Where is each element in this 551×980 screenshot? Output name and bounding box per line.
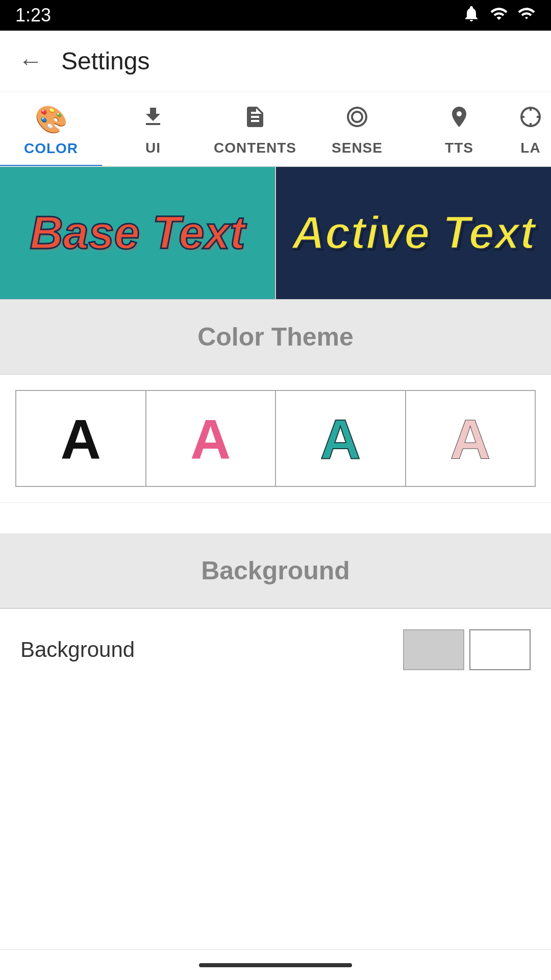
theme-option-teal[interactable]: A xyxy=(276,390,406,487)
theme-option-light[interactable]: A xyxy=(406,390,536,487)
active-text-preview: Active Text xyxy=(292,207,535,259)
color-theme-title: Color Theme xyxy=(197,322,354,352)
color-tab-icon: 🎨 xyxy=(35,104,68,135)
tabs-bar: 🎨 COLOR UI CONTENTS SENSE xyxy=(0,92,551,167)
tab-sense[interactable]: SENSE xyxy=(306,92,408,166)
background-title: Background xyxy=(201,556,350,585)
preview-base[interactable]: Base Text xyxy=(0,167,276,299)
tab-contents-label: CONTENTS xyxy=(214,140,296,156)
signal-icon xyxy=(517,5,536,27)
status-icons xyxy=(462,5,536,27)
tab-tts[interactable]: TTS xyxy=(408,92,510,166)
tab-la[interactable]: LA xyxy=(510,92,551,166)
wifi-icon xyxy=(490,5,508,27)
theme-letter-teal: A xyxy=(320,406,361,471)
theme-letter-light: A xyxy=(450,406,490,471)
tab-ui-label: UI xyxy=(145,140,161,156)
notification-icon xyxy=(462,5,481,27)
home-indicator xyxy=(199,963,352,967)
color-theme-options: A A A A xyxy=(0,375,551,503)
base-text-preview: Base Text xyxy=(30,207,245,259)
swatch-white[interactable] xyxy=(469,629,531,670)
preview-active[interactable]: Active Text xyxy=(276,167,551,299)
tab-color-label: COLOR xyxy=(24,140,78,157)
spacer xyxy=(0,503,551,533)
tts-tab-icon xyxy=(447,105,471,135)
tab-tts-label: TTS xyxy=(445,140,473,156)
page-title: Settings xyxy=(61,47,149,75)
tab-contents[interactable]: CONTENTS xyxy=(204,92,306,166)
tab-sense-label: SENSE xyxy=(332,140,383,156)
tab-color[interactable]: 🎨 COLOR xyxy=(0,92,102,166)
status-time: 1:23 xyxy=(15,5,51,26)
header: ← Settings xyxy=(0,31,551,92)
status-bar: 1:23 xyxy=(0,0,551,31)
preview-row: Base Text Active Text xyxy=(0,167,551,300)
color-theme-section-header: Color Theme xyxy=(0,300,551,375)
tab-ui[interactable]: UI xyxy=(102,92,204,166)
theme-option-black[interactable]: A xyxy=(15,390,146,487)
tab-la-label: LA xyxy=(520,140,540,156)
la-tab-icon xyxy=(518,105,543,135)
contents-tab-icon xyxy=(243,105,267,135)
theme-letter-black: A xyxy=(61,406,101,471)
color-swatches xyxy=(403,629,531,670)
background-list-label: Background xyxy=(20,638,135,662)
theme-letter-pink: A xyxy=(190,406,231,471)
background-section: Background Background xyxy=(0,533,551,691)
background-list-item[interactable]: Background xyxy=(0,608,551,691)
background-section-header: Background xyxy=(0,533,551,608)
bottom-bar xyxy=(0,949,551,980)
back-button[interactable]: ← xyxy=(15,46,46,77)
theme-option-pink[interactable]: A xyxy=(146,390,277,487)
back-arrow-icon: ← xyxy=(18,47,43,75)
ui-tab-icon xyxy=(141,105,165,135)
sense-tab-icon xyxy=(345,105,369,135)
swatch-gray[interactable] xyxy=(403,629,464,670)
